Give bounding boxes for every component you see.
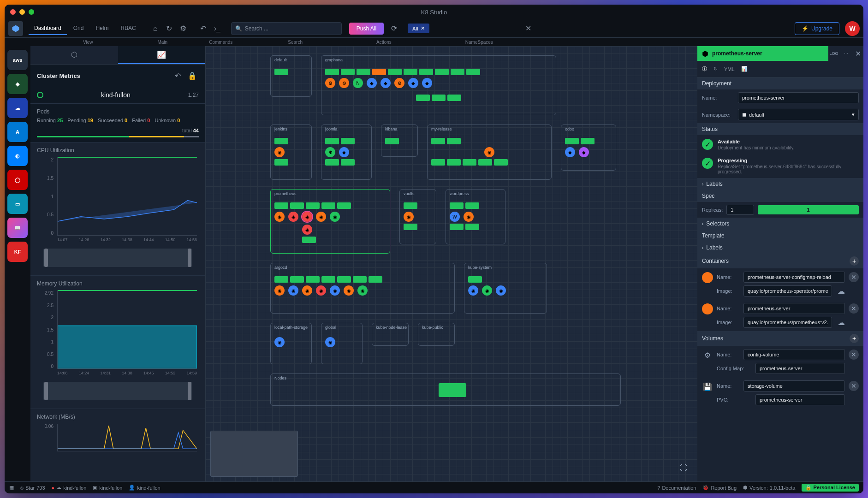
ns-argocd[interactable]: argocd◉◉◉◉◉◉◉ <box>270 263 455 314</box>
remove-container-button[interactable]: ✕ <box>849 272 859 282</box>
tab-helm[interactable]: Helm <box>90 22 114 35</box>
ns-myrelease[interactable]: my-release◉ <box>427 125 552 180</box>
close-panel-icon[interactable]: ✕ <box>852 48 863 59</box>
avatar[interactable]: W <box>845 21 860 36</box>
image-pull-icon[interactable]: ☁ <box>838 318 845 327</box>
ns-kubepublic[interactable]: kube-public <box>418 323 455 346</box>
provider-other[interactable]: ▭ <box>7 194 28 214</box>
ns-global[interactable]: global◉ <box>321 323 363 364</box>
volume-configmap-input[interactable] <box>755 363 845 374</box>
chip-close-icon[interactable]: ✕ <box>421 25 425 31</box>
topology-canvas[interactable]: default graphana ⚙⚙N◆◆⚙◆◆ jenkins◉ jooml… <box>206 46 697 481</box>
provider-gcp[interactable]: ☁ <box>7 98 28 118</box>
tab-dashboard[interactable]: Dashboard <box>29 22 67 35</box>
container-image-input[interactable] <box>743 317 832 328</box>
docs-link[interactable]: ? Documentation <box>657 485 696 491</box>
app-window: K8 Studio Dashboard Grid Helm RBAC ⌂ ↻ ⚙… <box>5 5 863 493</box>
metrics-lock-icon[interactable]: 🔒 <box>186 69 199 82</box>
container-name-input[interactable] <box>743 303 845 314</box>
collapse-labels[interactable]: ›Labels <box>697 178 863 190</box>
metrics-undo-icon[interactable]: ↶ <box>171 69 184 82</box>
license-badge[interactable]: 🔒 Personal License <box>802 484 859 492</box>
sync-icon[interactable]: ⟳ <box>387 22 400 35</box>
volume-pvc-input[interactable] <box>755 394 845 405</box>
context-2[interactable]: ▣ kind-fullon <box>93 485 122 491</box>
ns-kubesystem[interactable]: kube-system◉◉◉ <box>464 263 547 314</box>
ns-odoo[interactable]: odoo◆◆ <box>561 125 616 171</box>
fullscreen-icon[interactable]: ⛶ <box>680 464 691 475</box>
cluster-row[interactable]: kind-fullon 1.27 <box>30 87 205 104</box>
container-image-input[interactable] <box>743 285 832 296</box>
ns-vaults[interactable]: vaults◉ <box>399 189 436 244</box>
provider-kf[interactable]: KF <box>7 242 28 262</box>
minimap[interactable] <box>210 431 298 477</box>
namespace-select[interactable]: ◼ default ▾ <box>738 109 859 120</box>
undo-icon[interactable]: ↶ <box>197 22 210 35</box>
log-button[interactable]: LOG <box>828 48 839 59</box>
mem-range-slider[interactable] <box>43 382 192 400</box>
namespace-chip[interactable]: All ✕ <box>408 24 429 33</box>
statusbar: ▦ ⎋ Star 793 ● ☁ kind-fullon ▣ kind-full… <box>5 481 863 493</box>
upgrade-button[interactable]: ⚡ Upgrade <box>795 22 839 35</box>
bug-link[interactable]: 🐞 Report Bug <box>702 485 737 491</box>
home-icon[interactable]: ⌂ <box>149 22 162 35</box>
add-volume-button[interactable]: + <box>850 334 859 343</box>
replicas-input[interactable] <box>726 205 754 215</box>
ns-jenkins[interactable]: jenkins◉ <box>270 125 312 180</box>
ns-prometheus[interactable]: prometheus◉◉◉◉◉◉ <box>270 189 390 254</box>
volume-name-input[interactable] <box>743 349 845 360</box>
refresh-icon[interactable]: ↻ <box>163 22 176 35</box>
settings-icon[interactable]: ⚙ <box>177 22 190 35</box>
collapse-selectors[interactable]: ›Selectors <box>697 218 863 230</box>
tab-yml[interactable]: YML <box>724 66 735 72</box>
cpu-range-slider[interactable] <box>43 249 192 267</box>
app-logo-icon[interactable] <box>8 21 23 36</box>
provider-azure[interactable]: A <box>7 122 28 142</box>
net-chart-section: Network (MB/s) 0.06 <box>30 409 205 465</box>
ns-kubenodelease[interactable]: kube-node-lease <box>372 323 409 346</box>
namespace-clear-icon[interactable]: ✕ <box>523 24 533 33</box>
github-star[interactable]: ⎋ Star 793 <box>20 485 45 491</box>
panel-tab-hex-icon[interactable]: ⬡ <box>30 46 118 64</box>
maximize-window-icon[interactable] <box>29 9 34 15</box>
context-1[interactable]: ● ☁ kind-fullon <box>52 485 87 491</box>
ns-default[interactable]: default <box>270 55 312 97</box>
context-3[interactable]: 👤 kind-fullon <box>129 485 160 491</box>
tab-info-icon[interactable]: ⓘ <box>702 65 707 72</box>
remove-volume-button[interactable]: ✕ <box>849 350 859 360</box>
name-input[interactable] <box>738 92 859 103</box>
tab-grid[interactable]: Grid <box>68 22 89 35</box>
remove-volume-button[interactable]: ✕ <box>849 381 859 391</box>
node-icon[interactable] <box>439 383 466 397</box>
provider-hashicorp[interactable]: ◆ <box>7 74 28 94</box>
image-pull-icon[interactable]: ☁ <box>838 287 845 296</box>
ns-kibana[interactable]: kibana <box>381 125 418 157</box>
more-icon[interactable]: ⋯ <box>840 48 851 59</box>
tab-metrics-icon[interactable]: 📊 <box>741 66 748 72</box>
remove-container-button[interactable]: ✕ <box>849 303 859 314</box>
ns-nodes[interactable]: Nodes <box>270 374 621 406</box>
volume-name-input[interactable] <box>743 380 845 391</box>
search-input[interactable]: 🔍 Search ... <box>231 22 342 35</box>
collapse-labels-2[interactable]: ›Labels <box>697 242 863 254</box>
push-all-button[interactable]: Push All <box>349 23 384 35</box>
ns-graphana[interactable]: graphana ⚙⚙N◆◆⚙◆◆ <box>321 55 556 115</box>
terminal-icon[interactable]: ›_ <box>211 22 224 35</box>
ns-localpath[interactable]: local-path-storage◉ <box>270 323 312 364</box>
minimize-window-icon[interactable] <box>19 9 25 15</box>
provider-digitalocean[interactable]: ◐ <box>7 146 28 166</box>
lightning-icon: ⚡ <box>802 25 809 32</box>
container-name-input[interactable] <box>743 272 845 283</box>
tab-refresh-icon[interactable]: ↻ <box>713 66 718 72</box>
panel-tab-chart-icon[interactable]: 📈 <box>118 46 206 64</box>
provider-docs-icon[interactable]: 📖 <box>7 218 28 238</box>
close-window-icon[interactable] <box>10 9 16 15</box>
provider-openshift[interactable]: ◯ <box>7 170 28 190</box>
provider-aws[interactable]: aws <box>7 50 28 70</box>
section-spec: Spec <box>697 190 863 202</box>
ns-joomla[interactable]: joomla✱◆ <box>321 125 372 180</box>
add-container-button[interactable]: + <box>850 256 859 266</box>
sb-apps-icon[interactable]: ▦ <box>9 485 14 491</box>
ns-wordpress[interactable]: wordpressW◉ <box>446 189 505 244</box>
tab-rbac[interactable]: RBAC <box>115 22 141 35</box>
